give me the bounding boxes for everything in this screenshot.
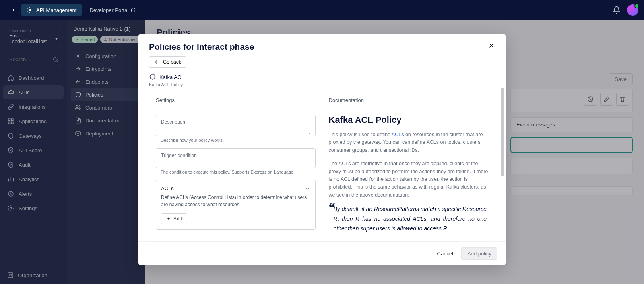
trigger-input[interactable] [161,158,310,166]
product-switcher[interactable]: API Management [21,4,82,16]
developer-portal-link[interactable]: Developer Portal [89,7,136,13]
trigger-help: The condition to execute this policy. Su… [156,170,316,174]
product-name: API Management [36,7,76,13]
resize-handle-icon[interactable]: ⋰ [309,130,313,134]
cancel-button[interactable]: Cancel [433,247,457,260]
puzzle-icon [149,73,156,81]
gear-icon [27,7,33,13]
description-label: Description [161,119,310,125]
external-link-icon [131,8,136,12]
policy-name: Kafka ACL [159,74,184,80]
modal-scrollbar[interactable] [501,88,504,221]
policy-subtitle: Kafka ACL Policy [149,82,495,87]
doc-subheading: How to formulate ACLs in the policy [329,240,489,241]
close-icon [488,42,495,49]
acls-link[interactable]: ACLs [392,132,404,137]
notifications-icon[interactable] [613,6,621,14]
trigger-label: Trigger condition [161,153,310,158]
description-input[interactable] [161,125,310,133]
doc-quote: By default, if no ResourcePatterns match… [332,205,489,233]
description-help: Describe how your policy works. [156,138,316,143]
policy-modal: Policies for Interact phase Go back Kafk… [138,34,506,265]
acls-label: ACLs [161,185,174,191]
settings-tab: Settings [149,92,322,108]
go-back-button[interactable]: Go back [149,56,186,68]
add-policy-button[interactable]: Add policy [461,247,497,260]
doc-heading: Kafka ACL Policy [329,115,489,125]
modal-title: Policies for Interact phase [149,42,254,52]
chevron-down-icon[interactable] [305,186,310,191]
doc-paragraph: This policy is used to define ACLs on re… [329,131,489,154]
app-logo[interactable] [6,4,17,16]
acls-description: Define ACLs (Access Control Lists) in or… [161,194,310,208]
user-avatar[interactable] [627,4,638,16]
plus-icon [166,216,171,221]
doc-paragraph: The ACLs are restrictive in that once th… [329,160,489,199]
close-button[interactable] [488,42,495,49]
documentation-tab: Documentation [322,92,495,108]
arrow-left-icon [154,59,160,65]
add-acl-button[interactable]: Add [161,213,187,224]
svg-point-0 [29,9,31,11]
